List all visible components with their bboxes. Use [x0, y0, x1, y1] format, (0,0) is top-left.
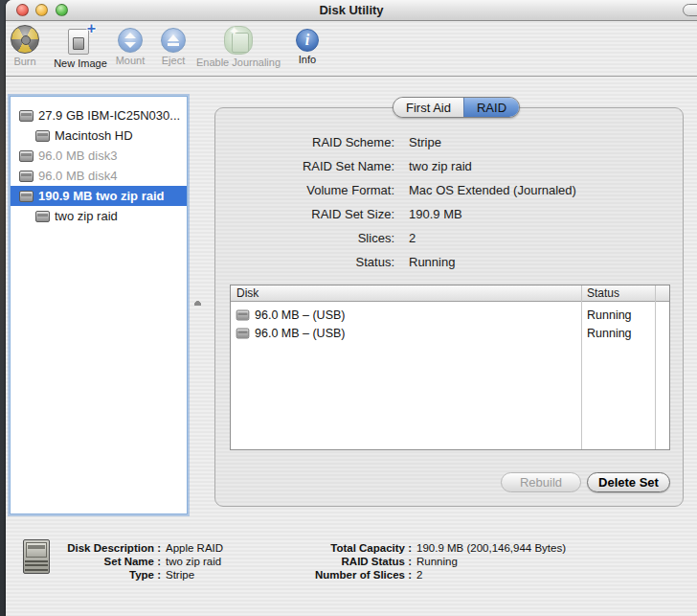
burn-icon [11, 25, 39, 54]
toolbar: Burn + New Image Mount Eject Enable Jour… [6, 21, 697, 77]
info-button[interactable]: i Info [290, 25, 325, 65]
tab-first-aid[interactable]: First Aid [393, 98, 463, 117]
new-image-icon: + [66, 25, 95, 56]
type-row: Type : Stripe [25, 569, 194, 582]
tab-raid[interactable]: RAID [463, 98, 519, 117]
raid-set-size-row: RAID Set Size: 190.9 MB [214, 207, 684, 226]
delete-set-button[interactable]: Delete Set [587, 472, 670, 492]
mount-icon [118, 28, 143, 53]
raid-status-row: RAID Status : Running [236, 556, 458, 569]
disk-icon [35, 211, 50, 222]
disk-icon [19, 110, 34, 122]
set-name-row: Set Name : two zip raid [25, 556, 221, 569]
tab-bar: First Aid RAID [393, 97, 520, 118]
column-header-disk[interactable]: Disk [236, 286, 259, 300]
rebuild-button[interactable]: Rebuild [501, 472, 581, 492]
enable-journaling-icon [224, 26, 253, 55]
disk-list: 27.9 GB IBM-IC25N030... Macintosh HD 96.… [10, 96, 188, 514]
disk-description-row: Disk Description : Apple RAID [25, 542, 223, 556]
title-bar: Disk Utility [6, 0, 697, 21]
slices-row: Slices: 2 [214, 231, 684, 250]
info-icon: i [296, 29, 319, 52]
burn-button[interactable]: Burn [6, 25, 44, 67]
disk-icon [236, 309, 250, 320]
enable-journaling-button[interactable]: Enable Journaling [181, 25, 296, 68]
total-capacity-row: Total Capacity : 190.9 MB (200,146,944 B… [236, 542, 566, 556]
disk-list-item-disk4[interactable]: 96.0 MB disk4 [11, 166, 187, 186]
disk-icon [236, 328, 250, 338]
number-of-slices-row: Number of Slices : 2 [236, 569, 422, 582]
disk-icon [19, 150, 34, 162]
window-title: Disk Utility [6, 3, 697, 17]
disk-icon [19, 171, 34, 182]
volume-format-row: Volume Format: Mac OS Extended (Journale… [214, 183, 684, 202]
new-image-button[interactable]: + New Image [47, 25, 114, 69]
disk-utility-window: Disk Utility Burn + New Image Mount Ejec… [6, 0, 697, 616]
slices-table-header: Disk Status [231, 285, 669, 302]
disk-list-item-ibm-disk[interactable]: 27.9 GB IBM-IC25N030... [11, 105, 187, 125]
disk-list-item-raid-volume[interactable]: two zip raid [11, 206, 187, 226]
disk-list-item-macintosh-hd[interactable]: Macintosh HD [11, 125, 187, 146]
toolbar-toggle-button[interactable] [683, 4, 697, 16]
slice-row-2[interactable]: 96.0 MB – (USB) Running [231, 324, 654, 342]
splitter-handle[interactable] [193, 300, 202, 306]
column-header-status[interactable]: Status [587, 286, 619, 300]
disk-icon [35, 130, 50, 142]
status-row: Status: Running [214, 255, 684, 274]
raid-set-name-row: RAID Set Name: two zip raid [214, 159, 684, 178]
disk-list-item-disk3[interactable]: 96.0 MB disk3 [11, 146, 187, 166]
scrollbar-track[interactable] [655, 285, 656, 449]
mount-button[interactable]: Mount [109, 25, 151, 66]
raid-scheme-row: RAID Scheme: Stripe [214, 135, 684, 154]
disk-icon [19, 191, 34, 202]
disk-list-item-raid-set-selected[interactable]: 190.9 MB two zip raid [11, 186, 187, 206]
slice-row-1[interactable]: 96.0 MB – (USB) Running [231, 306, 654, 324]
slices-table: Disk Status 96.0 MB – (USB) Running 96.0… [230, 285, 670, 450]
